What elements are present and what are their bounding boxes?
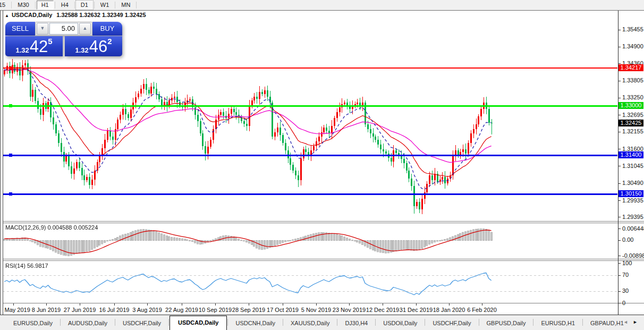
price-tick-label: 1.31045 <box>622 163 644 170</box>
toolbar-separator <box>11 2 12 9</box>
sell-price-big: 42 <box>30 39 48 55</box>
buy-price-pip: 2 <box>107 33 112 49</box>
time-tick-mark <box>147 303 148 306</box>
price-tick-mark <box>618 132 621 132</box>
time-axis[interactable]: 21 May 20198 Jun 201927 Jun 201916 Jul 2… <box>0 303 644 315</box>
toolbar-separator <box>35 2 36 9</box>
buy-price-prefix: 1.32 <box>75 46 88 55</box>
collapse-panel-icon[interactable]: ▲ <box>5 13 9 18</box>
price-tick-label: 1.30490 <box>622 180 644 187</box>
tab-scroll-right-icon[interactable]: ► <box>633 319 638 325</box>
tab-xauusd-daily[interactable]: XAUUSD,Daily <box>284 317 336 330</box>
rsi-tick-label: 70 <box>622 272 644 278</box>
toolbar-separator <box>115 2 115 9</box>
tab-usdchf-daily[interactable]: USDCHF,Daily <box>116 317 168 330</box>
price-tick-label: 1.33250 <box>622 94 644 101</box>
toolbar-separator <box>136 2 137 9</box>
rsi-panel-splitter[interactable] <box>0 259 644 261</box>
price-tag-1.32425: 1.32425 <box>618 120 643 126</box>
price-tick-mark <box>618 30 621 30</box>
toolbar-separator <box>74 2 75 9</box>
time-tick-label: 10 Sep 2019 <box>199 307 232 313</box>
macd-tick-label: 0.00 <box>622 236 644 243</box>
volume-increase-button[interactable]: ▲ <box>79 23 91 35</box>
price-tick-mark <box>618 166 621 166</box>
price-tick-label: 1.32155 <box>622 128 644 135</box>
time-tick-label: 6 Feb 2020 <box>467 307 497 313</box>
sell-price-button[interactable]: 1.32 42 5 <box>5 36 63 56</box>
tab-gbpusd-daily[interactable]: GBPUSD,Daily <box>480 317 533 330</box>
time-tick-mark <box>114 303 115 306</box>
macd-panel-splitter[interactable] <box>0 221 644 223</box>
mt4-window: 15M30H1H4D1W1MN ▲USDCAD,Daily1.32588 1.3… <box>0 0 644 330</box>
buy-price-button[interactable]: 1.32 46 2 <box>65 36 122 56</box>
macd-tick-label: 0.006448 <box>622 225 644 232</box>
rsi-tick-label: 30 <box>622 287 644 294</box>
tab-usdcad-daily[interactable]: USDCAD,Daily <box>170 316 227 330</box>
time-tick-mark <box>449 303 450 306</box>
rsi-tick-label: 100 <box>622 260 644 267</box>
toolbar-separator <box>94 2 95 9</box>
timeframe-button-mn[interactable]: MN <box>116 1 135 10</box>
rsi-tick-mark <box>618 291 621 292</box>
rsi-value: 56.9817 <box>27 263 48 269</box>
tab-separator <box>337 319 337 326</box>
time-tick-label: 28 Sep 2019 <box>232 307 265 313</box>
price-tag-1.33000: 1.33000 <box>618 102 643 109</box>
time-tick-mark <box>349 303 350 306</box>
sell-button[interactable]: SELL <box>5 22 35 36</box>
toolbar-separator <box>55 2 55 9</box>
time-tick-label: 8 Jun 2019 <box>32 307 61 313</box>
price-tick-label: 1.34900 <box>622 43 644 50</box>
rsi-tick-mark <box>618 263 621 264</box>
price-tick-mark <box>618 115 621 115</box>
tab-separator <box>60 319 61 326</box>
tab-usdoil-daily[interactable]: USDOil,Daily <box>376 317 424 330</box>
time-tick-label: 22 Aug 2019 <box>165 307 198 313</box>
macd-indicator-label: MACD(12,26,9) 0.004588 0.005224 <box>5 224 98 231</box>
volume-spinner: ▼ 5.00 ▲ <box>35 22 92 36</box>
tab-usdcnh-daily[interactable]: USDCNH,Daily <box>228 317 282 330</box>
price-tick-label: 1.33805 <box>622 77 644 84</box>
time-tick-mark <box>316 303 317 306</box>
volume-decrease-button[interactable]: ▼ <box>37 23 48 35</box>
tab-usdchf-daily[interactable]: USDCHF,Daily <box>426 317 478 330</box>
tab-separator <box>115 319 115 326</box>
timeframe-button-w1[interactable]: W1 <box>96 1 114 10</box>
rsi-tick-mark <box>618 303 621 303</box>
macd-tick-mark <box>618 229 621 229</box>
timeframe-button-h1[interactable]: H1 <box>37 1 54 10</box>
tab-separator <box>582 319 583 326</box>
time-tick-mark <box>383 303 383 306</box>
timeframe-button-d1[interactable]: D1 <box>76 1 93 10</box>
tab-eurusd-daily[interactable]: EURUSD,Daily <box>6 317 60 330</box>
rsi-canvas[interactable] <box>3 261 617 302</box>
time-tick-mark <box>182 303 182 306</box>
price-axis-line <box>618 11 618 315</box>
tab-eurusd-h1[interactable]: EURUSD,H1 <box>534 317 582 330</box>
time-tick-label: 12 Dec 2019 <box>366 307 399 313</box>
tab-separator <box>375 319 376 326</box>
tab-dj30-h4[interactable]: DJ30,H4 <box>338 317 375 330</box>
time-tick-mark <box>482 303 482 306</box>
time-tick-mark <box>46 303 47 306</box>
rsi-indicator-label: RSI(14) 56.9817 <box>5 263 48 269</box>
time-tick-mark <box>80 303 80 306</box>
timeframe-button-h4[interactable]: H4 <box>56 1 73 10</box>
tab-separator <box>168 319 169 326</box>
price-tag-1.31400: 1.31400 <box>618 151 643 158</box>
timeframe-button-m30[interactable]: M30 <box>13 1 33 10</box>
macd-tick-mark <box>618 256 621 256</box>
price-tick-mark <box>618 47 621 47</box>
symbol-tab-bar: EURUSD,DailyAUDUSD,DailyUSDCHF,DailyUSDC… <box>0 315 644 330</box>
timeframe-button-15[interactable]: 15 <box>0 1 10 10</box>
time-tick-mark <box>249 303 249 306</box>
tab-separator <box>283 319 283 326</box>
time-tick-label: 31 Dec 2019 <box>400 307 433 313</box>
chart-title: ▲USDCAD,Daily1.32588 1.32632 1.32349 1.3… <box>5 12 146 18</box>
volume-input[interactable]: 5.00 <box>49 23 78 35</box>
time-tick-mark <box>416 303 417 306</box>
tab-audusd-daily[interactable]: AUDUSD,Daily <box>61 317 114 330</box>
chart-symbol-label: USDCAD,Daily <box>12 12 52 18</box>
tab-scroll-left-icon[interactable]: ◄ <box>623 319 628 325</box>
